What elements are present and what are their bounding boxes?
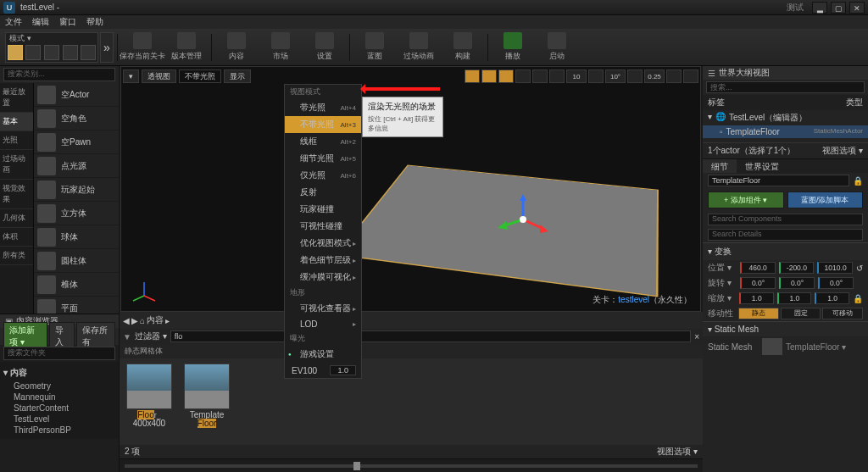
vp-show-button[interactable]: 显示	[224, 69, 251, 83]
place-actor[interactable]: 玩家起始	[34, 178, 119, 202]
rot-z[interactable]: 0.0°	[818, 277, 854, 289]
ev100-value[interactable]: 1.0	[330, 365, 356, 375]
dd-item[interactable]: 线框Alt+2	[285, 133, 361, 150]
filter-icon[interactable]: ▼	[123, 332, 131, 342]
asset-template-floor[interactable]: TemplateFloor	[182, 364, 231, 428]
tool-play[interactable]: 播放	[492, 31, 534, 64]
tool-settings[interactable]: 设置	[303, 31, 346, 64]
cb-home-icon[interactable]: ⌂	[140, 316, 145, 325]
mode-foliage-icon[interactable]	[63, 45, 78, 60]
vp-control[interactable]	[588, 69, 604, 83]
cb-filter-button[interactable]: 过滤器 ▾	[135, 330, 167, 342]
mob-static[interactable]: 静态	[738, 308, 779, 319]
cb-folder[interactable]: ThirdPersonBP	[3, 425, 115, 436]
menu-edit[interactable]: 编辑	[32, 16, 49, 28]
cb-back-icon[interactable]: ◀	[123, 316, 130, 325]
tool-build[interactable]: 构建	[442, 31, 484, 64]
viewport[interactable]: 关卡：testlevel（永久性） ▾ 透视图 不带光照 显示 1010°0.2…	[120, 66, 701, 312]
tool-vcs[interactable]: 版本管理	[165, 31, 208, 64]
test-label[interactable]: 测试	[787, 2, 804, 14]
vp-control[interactable]	[498, 69, 514, 83]
vp-control[interactable]	[666, 69, 682, 83]
modes-label[interactable]: 模式 ▾	[6, 33, 97, 43]
cb-folder[interactable]: TestLevel	[3, 414, 115, 425]
place-actor[interactable]: 圆柱体	[34, 249, 119, 273]
min-button[interactable]: ▂	[812, 2, 827, 14]
cat-all[interactable]: 所有类	[0, 247, 33, 265]
reset-icon[interactable]: ↺	[856, 264, 863, 273]
vp-menu-button[interactable]: ▾	[123, 69, 139, 83]
cb-tree-search[interactable]: 搜索文件夹	[3, 347, 115, 360]
vp-control[interactable]	[465, 69, 480, 83]
cb-filter-clear-icon[interactable]: ×	[694, 332, 699, 342]
tool-cinematic[interactable]: 过场动画	[398, 31, 440, 64]
tool-save[interactable]: 保存当前关卡	[121, 31, 164, 64]
dd-item[interactable]: 仅光照Alt+6	[285, 167, 361, 184]
mesh-dropdown[interactable]: TemplateFloor ▾	[786, 342, 846, 352]
place-actor[interactable]: 空Actor	[34, 83, 119, 107]
vp-control[interactable]	[627, 69, 643, 83]
cb-folder[interactable]: StarterContent	[3, 403, 115, 414]
dd-submenu[interactable]: 着色细节层级▸	[285, 252, 361, 269]
mode-paint-icon[interactable]	[25, 45, 41, 60]
rot-y[interactable]: 0.0°	[779, 277, 815, 289]
loc-x[interactable]: 460.0	[740, 262, 776, 274]
outliner-row-world[interactable]: ▾🌐TestLevel（编辑器）	[703, 110, 868, 125]
cb-filter-input[interactable]	[170, 330, 691, 342]
cat-geometry[interactable]: 几何体	[0, 209, 33, 228]
cb-folder[interactable]: Geometry	[3, 380, 115, 391]
place-actor[interactable]: 点光源	[34, 154, 119, 178]
modes-expand-icon[interactable]: »	[100, 32, 114, 63]
actor-name-input[interactable]	[708, 175, 849, 186]
cat-lights[interactable]: 光照	[0, 131, 33, 150]
scale-lock-icon[interactable]: 🔒	[853, 294, 863, 303]
mesh-thumb[interactable]	[762, 338, 782, 355]
menu-window[interactable]: 窗口	[59, 16, 76, 28]
lock-icon[interactable]: 🔒	[853, 176, 863, 186]
dd-ev100-row[interactable]: EV100 1.0	[285, 363, 361, 378]
slider-knob[interactable]	[353, 462, 360, 470]
dd-submenu[interactable]: 可视化查看器▸	[285, 300, 361, 317]
blueprint-script-button[interactable]: 蓝图/添加脚本	[787, 192, 864, 208]
dd-item[interactable]: 带光照Alt+4	[285, 99, 361, 116]
tool-content[interactable]: 内容	[215, 31, 258, 64]
scl-label[interactable]: 缩放 ▾	[708, 292, 736, 304]
loc-label[interactable]: 位置 ▾	[708, 262, 737, 274]
mode-landscape-icon[interactable]	[44, 45, 59, 60]
menu-help[interactable]: 帮助	[86, 16, 103, 28]
rot-x[interactable]: 0.0°	[740, 277, 776, 289]
mob-movable[interactable]: 可移动	[822, 308, 863, 319]
outliner-search[interactable]: 搜索...	[706, 81, 865, 93]
scl-y[interactable]: 1.0	[777, 292, 812, 304]
cb-path[interactable]: 内容	[147, 314, 164, 326]
vp-control[interactable]	[481, 69, 497, 83]
vp-perspective-button[interactable]: 透视图	[142, 69, 176, 83]
expand-icon[interactable]: ▾	[708, 112, 712, 124]
asset-floor[interactable]: Floor_400x400	[125, 364, 174, 428]
cat-volumes[interactable]: 体积	[0, 228, 33, 247]
place-actor[interactable]: 平面	[34, 297, 119, 314]
cb-tree-root[interactable]: ▾ 内容	[3, 365, 115, 380]
dd-submenu[interactable]: LOD▸	[285, 317, 361, 331]
cat-cinematic[interactable]: 过场动画	[0, 150, 33, 180]
col-label[interactable]: 标签	[708, 97, 846, 108]
vp-control[interactable]: 10	[566, 69, 587, 83]
place-actor[interactable]: 空角色	[34, 107, 119, 130]
dd-item-game-settings[interactable]: 游戏设置	[285, 346, 361, 363]
static-mesh-header[interactable]: ▾ Static Mesh	[703, 322, 868, 336]
floor-mesh[interactable]	[336, 164, 659, 297]
tool-market[interactable]: 市场	[259, 31, 302, 64]
tool-blueprint[interactable]: 蓝图	[353, 31, 396, 64]
loc-z[interactable]: 1010.0	[817, 262, 853, 274]
tool-launch[interactable]: 启动	[536, 31, 578, 64]
cb-thumb-slider[interactable]	[125, 464, 698, 468]
vp-control[interactable]: 0.25	[644, 69, 665, 83]
transform-header[interactable]: ▾ 变换	[703, 243, 868, 260]
dd-item[interactable]: 不带光照Alt+3	[285, 116, 361, 133]
rot-label[interactable]: 旋转 ▾	[708, 277, 737, 289]
add-component-button[interactable]: + 添加组件 ▾	[708, 192, 784, 208]
vp-control[interactable]: 10°	[605, 69, 626, 83]
menu-file[interactable]: 文件	[5, 16, 22, 28]
outliner-row-floor[interactable]: ▫TemplateFloorStaticMeshActor	[703, 125, 868, 138]
cb-fwd-icon[interactable]: ▶	[131, 316, 138, 325]
